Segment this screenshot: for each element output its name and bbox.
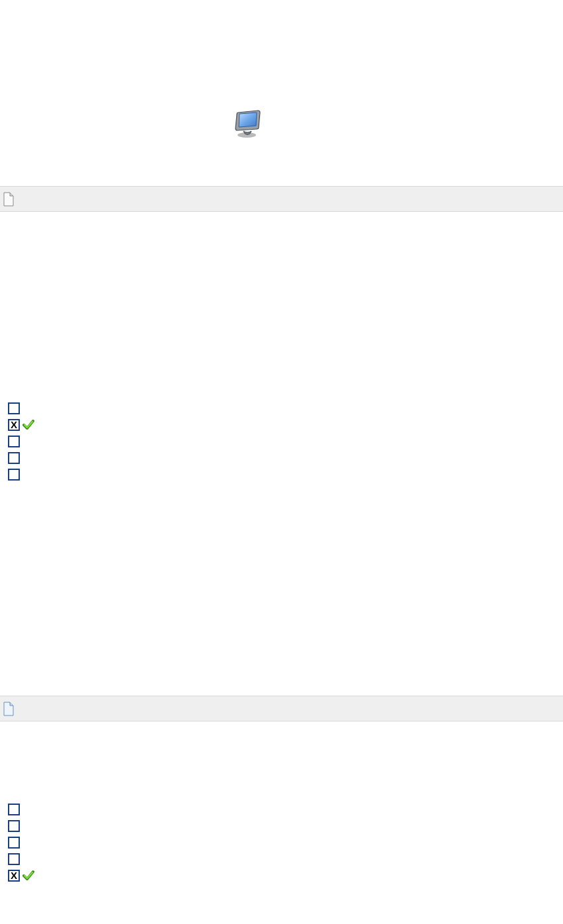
- checkbox-checked[interactable]: X: [8, 419, 20, 431]
- checkbox-x-mark: X: [11, 871, 17, 880]
- checkbox-checked[interactable]: X: [8, 870, 20, 882]
- checkbox-unchecked[interactable]: [8, 402, 20, 414]
- checkbox-unchecked[interactable]: [8, 804, 20, 815]
- template-file-icon: [3, 702, 15, 716]
- option-row: [8, 466, 34, 483]
- page-canvas: X: [0, 0, 563, 924]
- checkbox-unchecked[interactable]: [8, 452, 20, 464]
- option-row: [8, 400, 34, 416]
- section-header-2: [0, 696, 563, 721]
- option-row: [8, 449, 34, 466]
- file-icon: [3, 192, 15, 207]
- checkbox-list-2: X: [8, 801, 34, 884]
- option-row: X: [8, 867, 34, 884]
- correct-tick-icon: [22, 419, 34, 431]
- checkbox-unchecked[interactable]: [8, 469, 20, 481]
- section-header-1: [0, 186, 563, 212]
- correct-tick-icon: [22, 870, 34, 882]
- option-row: [8, 834, 34, 851]
- option-row: [8, 817, 34, 834]
- option-row: [8, 433, 34, 449]
- checkbox-x-mark: X: [11, 420, 17, 430]
- checkbox-list-1: X: [8, 400, 34, 483]
- checkbox-unchecked[interactable]: [8, 436, 20, 447]
- option-row: [8, 851, 34, 867]
- checkbox-unchecked[interactable]: [8, 820, 20, 832]
- computer-monitor-icon: [234, 110, 261, 139]
- checkbox-unchecked[interactable]: [8, 837, 20, 849]
- option-row: X: [8, 416, 34, 433]
- option-row: [8, 801, 34, 817]
- checkbox-unchecked[interactable]: [8, 853, 20, 865]
